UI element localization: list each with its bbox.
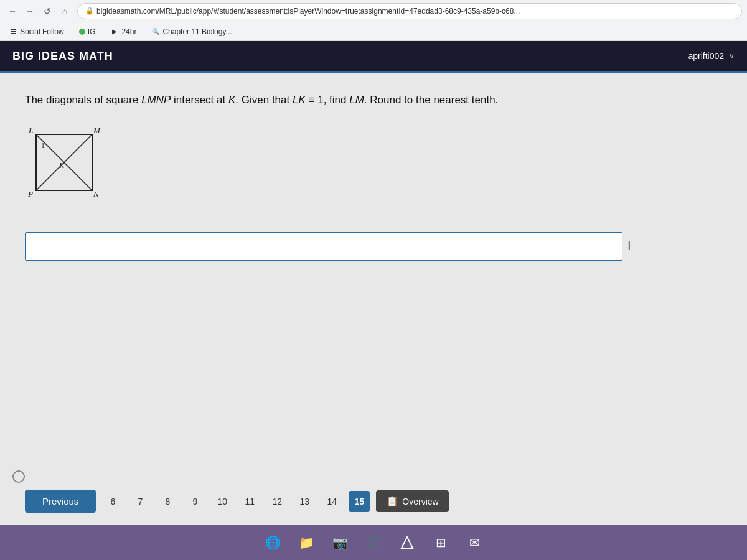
radio-button[interactable] — [12, 470, 25, 483]
browser-bar: ← → ↺ ⌂ 🔒 bigideasmath.com/MRL/public/ap… — [0, 0, 747, 22]
back-button[interactable]: ← — [5, 4, 20, 19]
label-M: M — [93, 126, 101, 135]
page-9[interactable]: 9 — [184, 491, 205, 512]
page-6[interactable]: 6 — [102, 491, 123, 512]
taskbar-camera-icon[interactable]: 📷 — [328, 531, 352, 554]
page-15[interactable]: 15 — [349, 491, 370, 512]
bookmark-label-social: Social Follow — [20, 27, 64, 36]
page-12[interactable]: 12 — [266, 491, 288, 512]
label-K: K — [59, 161, 65, 170]
label-1: 1 — [41, 141, 45, 150]
q-point-k: K — [228, 94, 235, 106]
diagram-area: L M N P K 1 — [25, 123, 722, 213]
bookmark-chapter-biology[interactable]: 🔍 Chapter 11 Biology... — [148, 26, 235, 37]
ig-dot-icon — [79, 29, 85, 35]
answer-input[interactable] — [25, 232, 622, 261]
taskbar-files-icon[interactable]: 📁 — [294, 531, 318, 554]
address-bar[interactable]: 🔒 bigideasmath.com/MRL/public/app/#/stud… — [77, 3, 742, 19]
page-8[interactable]: 8 — [157, 491, 178, 512]
main-content: The diagonals of square LMNP intersect a… — [0, 73, 747, 525]
page-13[interactable]: 13 — [294, 491, 315, 512]
label-L: L — [28, 126, 33, 135]
url-text: bigideasmath.com/MRL/public/app/#/studen… — [96, 7, 520, 16]
q-text-mid: intersect at — [171, 94, 228, 106]
overview-label: Overview — [402, 497, 438, 506]
bookmarks-bar: ☰ Social Follow IG ▶ 24hr 🔍 Chapter 11 B… — [0, 22, 747, 41]
taskbar: 🌐 📁 📷 🎵 ⊞ ✉ — [0, 525, 747, 560]
reload-button[interactable]: ↺ — [40, 4, 55, 19]
cursor-indicator: I — [627, 239, 631, 253]
bookmark-label-24hr: 24hr — [121, 27, 136, 36]
lock-icon: 🔒 — [85, 7, 94, 15]
q-text-cond: . Given that — [235, 94, 293, 106]
answer-area: I — [25, 232, 722, 261]
q-value: 1 — [317, 94, 323, 106]
taskbar-mail-icon[interactable]: ✉ — [463, 531, 486, 554]
page-10[interactable]: 10 — [212, 491, 233, 512]
page-14[interactable]: 14 — [321, 491, 342, 512]
app-title: BIG IDEAS MATH — [12, 50, 113, 63]
bookmark-ig[interactable]: IG — [75, 26, 100, 37]
social-follow-icon: ☰ — [9, 27, 17, 36]
home-button[interactable]: ⌂ — [57, 4, 72, 19]
overview-icon: 📋 — [386, 495, 398, 507]
taskbar-chrome-icon[interactable]: 🌐 — [261, 531, 284, 554]
page-7[interactable]: 7 — [129, 491, 151, 512]
q-text-suffix: . Round to the nearest tenth. — [364, 94, 498, 106]
nav-row: Previous 6 7 8 9 10 11 12 13 14 15 📋 Ove… — [25, 477, 722, 513]
forward-button[interactable]: → — [22, 4, 37, 19]
q-equiv-sign: ≡ — [309, 94, 315, 106]
chevron-down-icon: ∨ — [729, 52, 735, 60]
q-square-name: LMNP — [141, 94, 171, 106]
q-text-find: , find — [324, 94, 350, 106]
bookmark-label-ig: IG — [88, 27, 96, 36]
q-lm: LM — [349, 94, 364, 106]
app-header: BIG IDEAS MATH aprifti002 ∨ — [0, 41, 747, 71]
page-11[interactable]: 11 — [239, 491, 260, 512]
taskbar-music-icon[interactable]: 🎵 — [362, 531, 385, 554]
previous-button[interactable]: Previous — [25, 490, 96, 513]
label-N: N — [93, 189, 100, 198]
bookmark-label-chapter: Chapter 11 Biology... — [162, 27, 232, 36]
overview-button[interactable]: 📋 Overview — [376, 490, 448, 512]
q-text-prefix: The diagonals of square — [25, 94, 141, 106]
svg-marker-3 — [402, 537, 413, 548]
username-label: aprifti002 — [688, 51, 724, 61]
bookmark-social-follow[interactable]: ☰ Social Follow — [5, 26, 68, 37]
24hr-icon: ▶ — [110, 27, 119, 36]
square-diagram: L M N P K 1 — [25, 123, 115, 213]
chapter-icon: 🔍 — [151, 27, 160, 36]
question-text: The diagonals of square LMNP intersect a… — [25, 92, 722, 108]
q-lk: LK — [293, 94, 306, 106]
nav-buttons: ← → ↺ ⌂ — [5, 4, 72, 19]
answer-input-wrapper: I — [25, 232, 722, 261]
bookmark-24hr[interactable]: ▶ 24hr — [106, 26, 140, 37]
label-P: P — [27, 189, 33, 198]
taskbar-shapes-icon[interactable] — [395, 531, 419, 554]
taskbar-grid-icon[interactable]: ⊞ — [429, 531, 453, 554]
user-section[interactable]: aprifti002 ∨ — [688, 51, 735, 61]
